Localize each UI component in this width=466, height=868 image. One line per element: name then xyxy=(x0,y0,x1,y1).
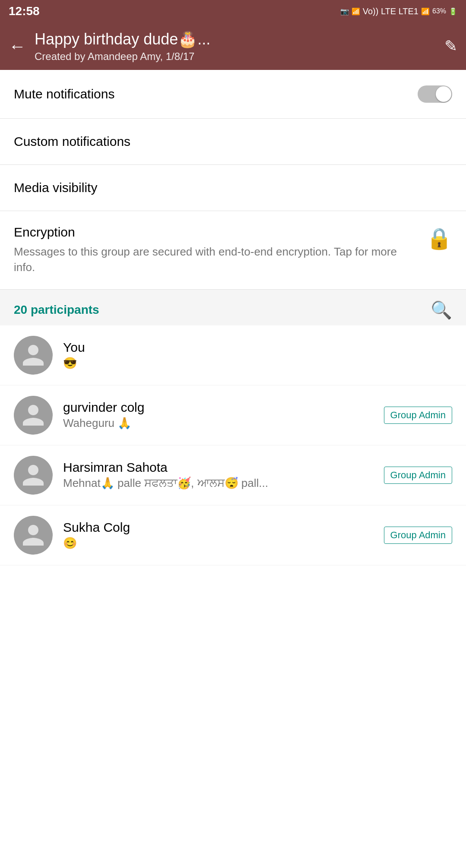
media-visibility-row[interactable]: Media visibility xyxy=(0,165,466,211)
encryption-text: Encryption Messages to this group are se… xyxy=(14,225,418,275)
list-item[interactable]: Sukha Colg 😊 Group Admin xyxy=(0,505,466,565)
battery-label: 63% xyxy=(432,7,446,15)
group-title: Happy birthday dude🎂... xyxy=(35,30,436,48)
media-visibility-label: Media visibility xyxy=(14,180,97,195)
list-item[interactable]: Harsimran Sahota Mehnat🙏 palle ਸਫਲਤਾ🥳, ਆ… xyxy=(0,445,466,505)
encryption-row[interactable]: Encryption Messages to this group are se… xyxy=(0,211,466,290)
mute-notifications-label: Mute notifications xyxy=(14,87,114,101)
edit-button[interactable]: ✎ xyxy=(444,37,457,55)
group-subtitle: Created by Amandeep Amy, 1/8/17 xyxy=(35,51,436,63)
group-admin-badge: Group Admin xyxy=(384,527,452,544)
header-info: Happy birthday dude🎂... Created by Amand… xyxy=(35,30,436,62)
group-header: ← Happy birthday dude🎂... Created by Ama… xyxy=(0,22,466,70)
participant-info: Harsimran Sahota Mehnat🙏 palle ਸਫਲਤਾ🥳, ਆ… xyxy=(63,460,384,490)
participant-info: gurvinder colg Waheguru 🙏 xyxy=(63,400,384,430)
avatar xyxy=(14,336,53,375)
participants-count: 20 participants xyxy=(14,303,99,317)
encryption-description: Messages to this group are secured with … xyxy=(14,244,418,275)
toggle-knob xyxy=(436,86,451,102)
participants-list: You 😎 gurvinder colg Waheguru 🙏 Group Ad… xyxy=(0,325,466,565)
custom-notifications-label: Custom notifications xyxy=(14,134,130,149)
participant-name: You xyxy=(63,340,452,355)
participant-name: gurvinder colg xyxy=(63,400,384,415)
participant-info: You 😎 xyxy=(63,340,452,370)
back-button[interactable]: ← xyxy=(9,37,26,56)
network-label: Vo)) LTE LTE1 xyxy=(363,6,418,16)
avatar xyxy=(14,456,53,495)
avatar-placeholder xyxy=(14,336,53,375)
mute-toggle[interactable] xyxy=(418,85,452,103)
encryption-title: Encryption xyxy=(14,225,418,240)
avatar-placeholder xyxy=(14,396,53,435)
avatar xyxy=(14,516,53,555)
group-admin-badge: Group Admin xyxy=(384,467,452,484)
signal-bars: 📶 xyxy=(421,7,430,16)
avatar-placeholder xyxy=(14,516,53,555)
participant-status: 😊 xyxy=(63,537,384,550)
lock-icon: 🔒 xyxy=(426,227,452,251)
status-bar: 12:58 📷 📶 Vo)) LTE LTE1 📶 63% 🔋 xyxy=(0,0,466,22)
participant-status: Waheguru 🙏 xyxy=(63,417,384,430)
battery-icon: 🔋 xyxy=(449,7,457,16)
participants-section-header: 20 participants 🔍 xyxy=(0,290,466,325)
avatar xyxy=(14,396,53,435)
participant-info: Sukha Colg 😊 xyxy=(63,520,384,550)
mute-notifications-row[interactable]: Mute notifications xyxy=(0,70,466,119)
participant-status: Mehnat🙏 palle ਸਫਲਤਾ🥳, ਆਲਸ😴 pall... xyxy=(63,477,384,490)
status-icons: 📷 📶 Vo)) LTE LTE1 📶 63% 🔋 xyxy=(340,6,457,16)
list-item[interactable]: You 😎 xyxy=(0,325,466,385)
wifi-icon: 📶 xyxy=(352,7,360,16)
avatar-placeholder xyxy=(14,456,53,495)
participant-name: Sukha Colg xyxy=(63,520,384,535)
custom-notifications-row[interactable]: Custom notifications xyxy=(0,119,466,165)
network-icon: 📷 xyxy=(340,7,349,16)
participants-search-icon[interactable]: 🔍 xyxy=(431,300,452,320)
time: 12:58 xyxy=(9,4,40,18)
list-item[interactable]: gurvinder colg Waheguru 🙏 Group Admin xyxy=(0,385,466,445)
participant-name: Harsimran Sahota xyxy=(63,460,384,475)
group-admin-badge: Group Admin xyxy=(384,407,452,424)
participant-status: 😎 xyxy=(63,357,452,370)
settings-section: Mute notifications Custom notifications … xyxy=(0,70,466,290)
